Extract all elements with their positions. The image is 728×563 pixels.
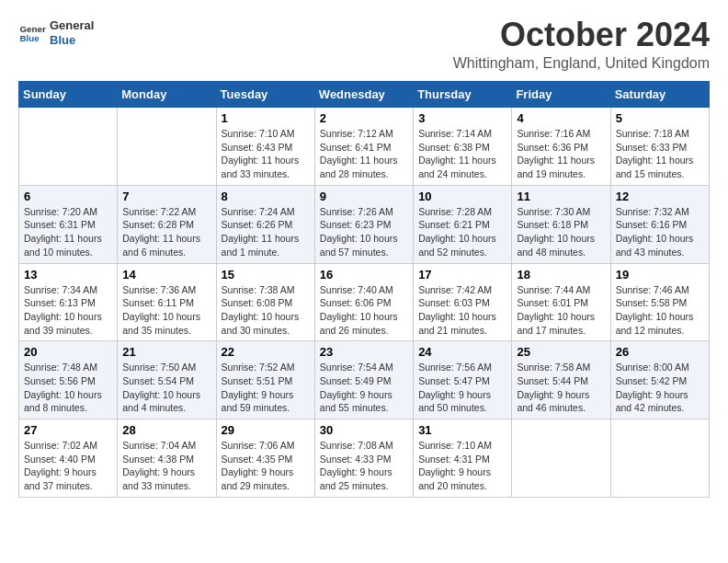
day-number: 11 (517, 190, 605, 203)
calendar-week-row: 20Sunrise: 7:48 AM Sunset: 5:56 PM Dayli… (19, 341, 710, 419)
calendar-cell: 4Sunrise: 7:16 AM Sunset: 6:36 PM Daylig… (512, 108, 610, 186)
day-number: 15 (222, 268, 310, 282)
day-info: Sunrise: 7:22 AM Sunset: 6:28 PM Dayligh… (122, 205, 210, 259)
day-number: 7 (122, 190, 210, 203)
weekday-header: Friday (512, 82, 610, 108)
day-info: Sunrise: 7:34 AM Sunset: 6:13 PM Dayligh… (24, 283, 112, 338)
svg-text:General: General (20, 23, 47, 33)
day-info: Sunrise: 7:42 AM Sunset: 6:03 PM Dayligh… (418, 283, 506, 338)
day-number: 16 (320, 268, 408, 282)
calendar-cell: 18Sunrise: 7:44 AM Sunset: 6:01 PM Dayli… (512, 263, 610, 341)
day-info: Sunrise: 7:10 AM Sunset: 4:31 PM Dayligh… (418, 439, 506, 493)
calendar-cell: 30Sunrise: 7:08 AM Sunset: 4:33 PM Dayli… (314, 419, 413, 498)
calendar-week-row: 27Sunrise: 7:02 AM Sunset: 4:40 PM Dayli… (19, 419, 710, 498)
calendar-body: 1Sunrise: 7:10 AM Sunset: 6:43 PM Daylig… (19, 108, 710, 498)
page-header: General Blue General Blue October 2024 W… (18, 18, 710, 72)
weekday-header: Monday (118, 82, 216, 108)
calendar-cell: 31Sunrise: 7:10 AM Sunset: 4:31 PM Dayli… (414, 419, 512, 498)
location-title: Whittingham, England, United Kingdom (453, 55, 710, 72)
day-info: Sunrise: 7:52 AM Sunset: 5:51 PM Dayligh… (222, 361, 310, 415)
day-number: 3 (418, 111, 506, 125)
day-number: 12 (616, 190, 704, 203)
day-info: Sunrise: 7:32 AM Sunset: 6:16 PM Dayligh… (616, 205, 704, 259)
day-number: 26 (616, 345, 704, 359)
logo-general: General (50, 18, 94, 33)
day-number: 28 (122, 423, 210, 437)
day-number: 2 (320, 111, 408, 125)
day-info: Sunrise: 7:50 AM Sunset: 5:54 PM Dayligh… (122, 361, 210, 415)
day-info: Sunrise: 7:44 AM Sunset: 6:01 PM Dayligh… (517, 283, 605, 338)
day-number: 18 (517, 268, 605, 282)
day-number: 10 (418, 190, 506, 203)
day-info: Sunrise: 7:38 AM Sunset: 6:08 PM Dayligh… (222, 283, 310, 338)
day-info: Sunrise: 7:06 AM Sunset: 4:35 PM Dayligh… (222, 439, 310, 493)
day-number: 25 (517, 345, 605, 359)
calendar-week-row: 1Sunrise: 7:10 AM Sunset: 6:43 PM Daylig… (19, 108, 710, 186)
day-info: Sunrise: 7:48 AM Sunset: 5:56 PM Dayligh… (24, 361, 112, 415)
calendar-cell: 29Sunrise: 7:06 AM Sunset: 4:35 PM Dayli… (216, 419, 314, 498)
calendar-cell (19, 108, 118, 186)
day-number: 5 (616, 111, 704, 125)
calendar-cell: 25Sunrise: 7:58 AM Sunset: 5:44 PM Dayli… (512, 341, 610, 419)
day-info: Sunrise: 7:10 AM Sunset: 6:43 PM Dayligh… (222, 127, 310, 181)
day-info: Sunrise: 7:30 AM Sunset: 6:18 PM Dayligh… (517, 205, 605, 259)
calendar-cell: 5Sunrise: 7:18 AM Sunset: 6:33 PM Daylig… (610, 108, 709, 186)
weekday-header: Tuesday (216, 82, 314, 108)
day-number: 23 (320, 345, 408, 359)
day-info: Sunrise: 7:54 AM Sunset: 5:49 PM Dayligh… (320, 361, 408, 415)
calendar-cell: 15Sunrise: 7:38 AM Sunset: 6:08 PM Dayli… (216, 263, 314, 341)
day-number: 4 (517, 111, 605, 125)
day-number: 14 (122, 268, 210, 282)
calendar-cell: 12Sunrise: 7:32 AM Sunset: 6:16 PM Dayli… (610, 185, 709, 263)
logo-blue: Blue (50, 33, 94, 48)
day-number: 31 (418, 423, 506, 437)
calendar-cell: 8Sunrise: 7:24 AM Sunset: 6:26 PM Daylig… (216, 185, 314, 263)
day-info: Sunrise: 7:56 AM Sunset: 5:47 PM Dayligh… (418, 361, 506, 415)
day-number: 20 (24, 345, 112, 359)
day-number: 17 (418, 268, 506, 282)
day-info: Sunrise: 7:40 AM Sunset: 6:06 PM Dayligh… (320, 283, 408, 338)
day-info: Sunrise: 7:02 AM Sunset: 4:40 PM Dayligh… (24, 439, 112, 493)
calendar-cell: 3Sunrise: 7:14 AM Sunset: 6:38 PM Daylig… (414, 108, 512, 186)
calendar-cell: 13Sunrise: 7:34 AM Sunset: 6:13 PM Dayli… (19, 263, 118, 341)
calendar-cell: 27Sunrise: 7:02 AM Sunset: 4:40 PM Dayli… (19, 419, 118, 498)
calendar-cell: 16Sunrise: 7:40 AM Sunset: 6:06 PM Dayli… (314, 263, 413, 341)
day-number: 1 (222, 111, 310, 125)
day-number: 22 (222, 345, 310, 359)
calendar-cell (610, 419, 709, 498)
day-info: Sunrise: 7:58 AM Sunset: 5:44 PM Dayligh… (517, 361, 605, 415)
calendar-cell: 14Sunrise: 7:36 AM Sunset: 6:11 PM Dayli… (118, 263, 216, 341)
title-area: October 2024 Whittingham, England, Unite… (453, 18, 710, 72)
day-info: Sunrise: 7:26 AM Sunset: 6:23 PM Dayligh… (320, 205, 408, 259)
calendar-week-row: 13Sunrise: 7:34 AM Sunset: 6:13 PM Dayli… (19, 263, 710, 341)
logo-icon: General Blue (18, 19, 46, 47)
day-number: 13 (24, 268, 112, 282)
day-info: Sunrise: 7:18 AM Sunset: 6:33 PM Dayligh… (616, 127, 704, 181)
day-info: Sunrise: 7:24 AM Sunset: 6:26 PM Dayligh… (222, 205, 310, 259)
day-info: Sunrise: 8:00 AM Sunset: 5:42 PM Dayligh… (616, 361, 704, 415)
calendar-cell: 26Sunrise: 8:00 AM Sunset: 5:42 PM Dayli… (610, 341, 709, 419)
calendar-table: SundayMondayTuesdayWednesdayThursdayFrid… (18, 81, 710, 498)
calendar-cell (118, 108, 216, 186)
day-number: 9 (320, 190, 408, 203)
calendar-cell: 9Sunrise: 7:26 AM Sunset: 6:23 PM Daylig… (314, 185, 413, 263)
calendar-cell: 20Sunrise: 7:48 AM Sunset: 5:56 PM Dayli… (19, 341, 118, 419)
day-info: Sunrise: 7:12 AM Sunset: 6:41 PM Dayligh… (320, 127, 408, 181)
calendar-cell: 10Sunrise: 7:28 AM Sunset: 6:21 PM Dayli… (414, 185, 512, 263)
day-info: Sunrise: 7:46 AM Sunset: 5:58 PM Dayligh… (616, 283, 704, 338)
day-number: 29 (222, 423, 310, 437)
calendar-cell: 17Sunrise: 7:42 AM Sunset: 6:03 PM Dayli… (414, 263, 512, 341)
day-number: 30 (320, 423, 408, 437)
day-number: 19 (616, 268, 704, 282)
weekday-header: Wednesday (314, 82, 413, 108)
calendar-cell: 19Sunrise: 7:46 AM Sunset: 5:58 PM Dayli… (610, 263, 709, 341)
day-info: Sunrise: 7:08 AM Sunset: 4:33 PM Dayligh… (320, 439, 408, 493)
calendar-cell: 7Sunrise: 7:22 AM Sunset: 6:28 PM Daylig… (118, 185, 216, 263)
day-number: 27 (24, 423, 112, 437)
calendar-cell: 23Sunrise: 7:54 AM Sunset: 5:49 PM Dayli… (314, 341, 413, 419)
calendar-cell: 22Sunrise: 7:52 AM Sunset: 5:51 PM Dayli… (216, 341, 314, 419)
calendar-cell: 2Sunrise: 7:12 AM Sunset: 6:41 PM Daylig… (314, 108, 413, 186)
day-info: Sunrise: 7:16 AM Sunset: 6:36 PM Dayligh… (517, 127, 605, 181)
calendar-week-row: 6Sunrise: 7:20 AM Sunset: 6:31 PM Daylig… (19, 185, 710, 263)
calendar-cell: 28Sunrise: 7:04 AM Sunset: 4:38 PM Dayli… (118, 419, 216, 498)
